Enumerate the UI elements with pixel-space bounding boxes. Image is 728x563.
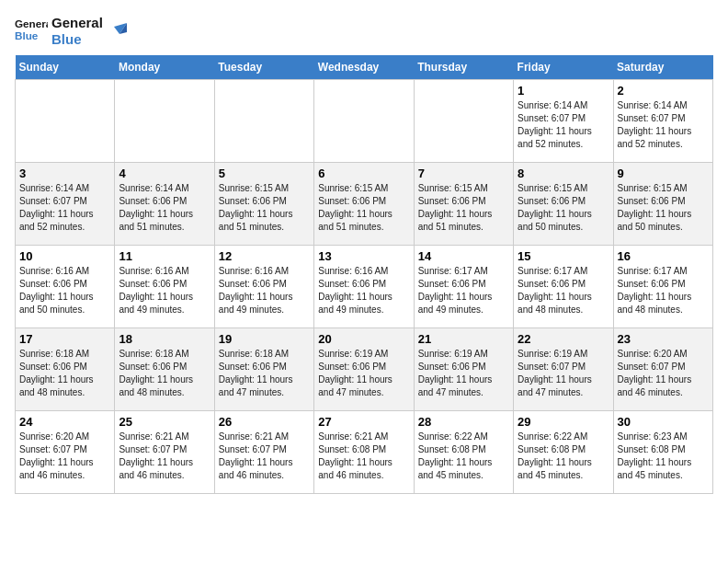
- day-number: 21: [418, 332, 509, 346]
- calendar-cell: 26Sunrise: 6:21 AM Sunset: 6:07 PM Dayli…: [214, 411, 313, 494]
- day-number: 24: [19, 415, 110, 429]
- weekday-header-wednesday: Wednesday: [314, 55, 414, 80]
- weekday-header-friday: Friday: [514, 55, 613, 80]
- day-info: Sunrise: 6:21 AM Sunset: 6:08 PM Dayligh…: [318, 431, 409, 482]
- day-number: 5: [219, 167, 310, 180]
- day-info: Sunrise: 6:19 AM Sunset: 6:06 PM Dayligh…: [418, 348, 509, 399]
- day-info: Sunrise: 6:23 AM Sunset: 6:08 PM Dayligh…: [618, 431, 709, 482]
- day-number: 4: [119, 167, 210, 180]
- day-number: 12: [219, 249, 310, 263]
- calendar-cell: 29Sunrise: 6:22 AM Sunset: 6:08 PM Dayli…: [514, 411, 613, 494]
- day-number: 18: [119, 332, 210, 346]
- logo: General Blue General Blue: [15, 15, 127, 48]
- day-number: 3: [19, 167, 110, 180]
- day-number: 25: [119, 415, 210, 429]
- calendar-cell: [314, 80, 414, 163]
- calendar-cell: 5Sunrise: 6:15 AM Sunset: 6:06 PM Daylig…: [214, 163, 313, 246]
- day-number: 10: [19, 249, 110, 263]
- day-info: Sunrise: 6:14 AM Sunset: 6:07 PM Dayligh…: [618, 99, 709, 151]
- calendar-cell: 10Sunrise: 6:16 AM Sunset: 6:06 PM Dayli…: [16, 246, 115, 328]
- day-info: Sunrise: 6:15 AM Sunset: 6:06 PM Dayligh…: [618, 182, 709, 234]
- day-info: Sunrise: 6:16 AM Sunset: 6:06 PM Dayligh…: [219, 265, 310, 316]
- day-info: Sunrise: 6:14 AM Sunset: 6:07 PM Dayligh…: [518, 99, 609, 151]
- calendar-week-3: 17Sunrise: 6:18 AM Sunset: 6:06 PM Dayli…: [16, 328, 713, 411]
- calendar-cell: 17Sunrise: 6:18 AM Sunset: 6:06 PM Dayli…: [16, 328, 115, 411]
- day-info: Sunrise: 6:16 AM Sunset: 6:06 PM Dayligh…: [19, 265, 110, 316]
- calendar-cell: 4Sunrise: 6:14 AM Sunset: 6:06 PM Daylig…: [115, 163, 214, 246]
- day-info: Sunrise: 6:16 AM Sunset: 6:06 PM Dayligh…: [318, 265, 409, 316]
- calendar-cell: 16Sunrise: 6:17 AM Sunset: 6:06 PM Dayli…: [613, 246, 712, 328]
- day-info: Sunrise: 6:15 AM Sunset: 6:06 PM Dayligh…: [318, 182, 409, 234]
- calendar-cell: 20Sunrise: 6:19 AM Sunset: 6:06 PM Dayli…: [314, 328, 414, 411]
- calendar-cell: 21Sunrise: 6:19 AM Sunset: 6:06 PM Dayli…: [414, 328, 513, 411]
- calendar-cell: 28Sunrise: 6:22 AM Sunset: 6:08 PM Dayli…: [414, 411, 513, 494]
- day-number: 28: [418, 415, 509, 429]
- calendar-week-4: 24Sunrise: 6:20 AM Sunset: 6:07 PM Dayli…: [16, 411, 713, 494]
- calendar-cell: 6Sunrise: 6:15 AM Sunset: 6:06 PM Daylig…: [314, 163, 414, 246]
- calendar-cell: 24Sunrise: 6:20 AM Sunset: 6:07 PM Dayli…: [16, 411, 115, 494]
- weekday-header-saturday: Saturday: [613, 55, 712, 80]
- calendar-cell: 22Sunrise: 6:19 AM Sunset: 6:07 PM Dayli…: [514, 328, 613, 411]
- day-number: 19: [219, 332, 310, 346]
- calendar-week-0: 1Sunrise: 6:14 AM Sunset: 6:07 PM Daylig…: [16, 80, 713, 163]
- day-info: Sunrise: 6:17 AM Sunset: 6:06 PM Dayligh…: [418, 265, 509, 316]
- day-info: Sunrise: 6:15 AM Sunset: 6:06 PM Dayligh…: [418, 182, 509, 234]
- weekday-header-monday: Monday: [115, 55, 214, 80]
- day-info: Sunrise: 6:18 AM Sunset: 6:06 PM Dayligh…: [19, 348, 110, 399]
- logo-icon: General Blue: [15, 15, 48, 48]
- calendar-cell: [115, 80, 214, 163]
- calendar-week-1: 3Sunrise: 6:14 AM Sunset: 6:07 PM Daylig…: [16, 163, 713, 246]
- day-number: 20: [318, 332, 409, 346]
- calendar-cell: 8Sunrise: 6:15 AM Sunset: 6:06 PM Daylig…: [514, 163, 613, 246]
- calendar-cell: 7Sunrise: 6:15 AM Sunset: 6:06 PM Daylig…: [414, 163, 513, 246]
- day-info: Sunrise: 6:17 AM Sunset: 6:06 PM Dayligh…: [518, 265, 609, 316]
- calendar-cell: 12Sunrise: 6:16 AM Sunset: 6:06 PM Dayli…: [214, 246, 313, 328]
- day-info: Sunrise: 6:22 AM Sunset: 6:08 PM Dayligh…: [518, 431, 609, 482]
- weekday-header-sunday: Sunday: [16, 55, 115, 80]
- day-number: 30: [618, 415, 709, 429]
- day-number: 27: [318, 415, 409, 429]
- calendar-cell: [414, 80, 513, 163]
- day-info: Sunrise: 6:21 AM Sunset: 6:07 PM Dayligh…: [119, 431, 210, 482]
- day-info: Sunrise: 6:18 AM Sunset: 6:06 PM Dayligh…: [219, 348, 310, 399]
- calendar-cell: 27Sunrise: 6:21 AM Sunset: 6:08 PM Dayli…: [314, 411, 414, 494]
- day-info: Sunrise: 6:15 AM Sunset: 6:06 PM Dayligh…: [518, 182, 609, 234]
- day-number: 11: [119, 249, 210, 263]
- page-header: General Blue General Blue: [15, 15, 713, 48]
- day-number: 8: [518, 167, 609, 180]
- logo-bird-icon: [107, 21, 127, 41]
- calendar-body: 1Sunrise: 6:14 AM Sunset: 6:07 PM Daylig…: [16, 80, 713, 494]
- day-number: 16: [618, 249, 709, 263]
- day-info: Sunrise: 6:14 AM Sunset: 6:06 PM Dayligh…: [119, 182, 210, 234]
- calendar-cell: [16, 80, 115, 163]
- weekday-header-thursday: Thursday: [414, 55, 513, 80]
- day-number: 6: [318, 167, 409, 180]
- day-info: Sunrise: 6:18 AM Sunset: 6:06 PM Dayligh…: [119, 348, 210, 399]
- day-info: Sunrise: 6:22 AM Sunset: 6:08 PM Dayligh…: [418, 431, 509, 482]
- calendar-cell: 25Sunrise: 6:21 AM Sunset: 6:07 PM Dayli…: [115, 411, 214, 494]
- calendar-cell: 14Sunrise: 6:17 AM Sunset: 6:06 PM Dayli…: [414, 246, 513, 328]
- day-number: 17: [19, 332, 110, 346]
- day-number: 29: [518, 415, 609, 429]
- weekday-header-tuesday: Tuesday: [214, 55, 313, 80]
- day-info: Sunrise: 6:19 AM Sunset: 6:06 PM Dayligh…: [318, 348, 409, 399]
- day-info: Sunrise: 6:15 AM Sunset: 6:06 PM Dayligh…: [219, 182, 310, 234]
- day-info: Sunrise: 6:19 AM Sunset: 6:07 PM Dayligh…: [518, 348, 609, 399]
- calendar-table: SundayMondayTuesdayWednesdayThursdayFrid…: [15, 55, 713, 494]
- day-info: Sunrise: 6:17 AM Sunset: 6:06 PM Dayligh…: [618, 265, 709, 316]
- calendar-cell: 18Sunrise: 6:18 AM Sunset: 6:06 PM Dayli…: [115, 328, 214, 411]
- day-number: 1: [518, 84, 609, 98]
- day-number: 22: [518, 332, 609, 346]
- calendar-header: SundayMondayTuesdayWednesdayThursdayFrid…: [16, 55, 713, 80]
- day-info: Sunrise: 6:20 AM Sunset: 6:07 PM Dayligh…: [618, 348, 709, 399]
- calendar-cell: 15Sunrise: 6:17 AM Sunset: 6:06 PM Dayli…: [514, 246, 613, 328]
- day-number: 23: [618, 332, 709, 346]
- calendar-cell: [214, 80, 313, 163]
- weekday-row: SundayMondayTuesdayWednesdayThursdayFrid…: [16, 55, 713, 80]
- day-info: Sunrise: 6:21 AM Sunset: 6:07 PM Dayligh…: [219, 431, 310, 482]
- calendar-cell: 13Sunrise: 6:16 AM Sunset: 6:06 PM Dayli…: [314, 246, 414, 328]
- day-number: 2: [618, 84, 709, 98]
- day-info: Sunrise: 6:14 AM Sunset: 6:07 PM Dayligh…: [19, 182, 110, 234]
- calendar-cell: 11Sunrise: 6:16 AM Sunset: 6:06 PM Dayli…: [115, 246, 214, 328]
- calendar-week-2: 10Sunrise: 6:16 AM Sunset: 6:06 PM Dayli…: [16, 246, 713, 328]
